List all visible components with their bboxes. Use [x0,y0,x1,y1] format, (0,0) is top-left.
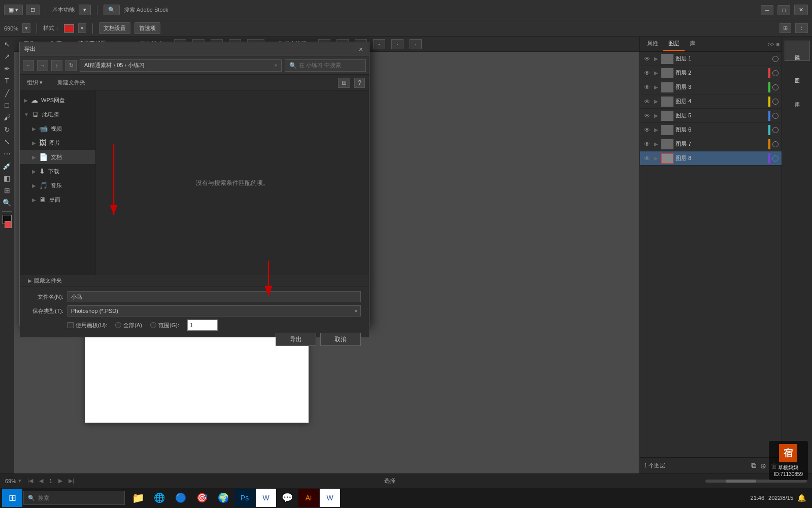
taskbar-app-chat[interactable]: 💬 [277,489,297,507]
layer3-eye-icon[interactable]: 👁 [643,84,651,91]
filetype-select[interactable]: Photoshop (*.PSD) ▾ [67,305,361,316]
direct-select-tool[interactable]: ↗ [2,51,13,62]
shape-tool[interactable]: □ [2,100,13,111]
layer2-expand-icon[interactable]: ▶ [653,70,659,76]
taskbar-app-store[interactable]: 🎯 [192,489,212,507]
collect-in-layer-btn[interactable]: ⊕ [760,462,766,470]
props-panel-btn[interactable]: 属性 [785,41,810,61]
layer6-expand-icon[interactable]: ▶ [653,127,659,133]
minus-back-btn[interactable]: ⬫ [410,39,422,49]
paintbrush-tool[interactable]: 🖌 [2,112,13,123]
export-dialog[interactable]: 导出 × ← → ↑ ↻ AI精通素材 › 05 › 小练习 ▾ [19,42,369,326]
taskbar-app-word[interactable]: W [256,489,276,507]
help-btn[interactable]: ? [354,78,365,88]
sidebar-item-wps[interactable]: ▶ ☁ WPS网盘 [20,93,95,107]
tab-layers[interactable]: 图层 [663,37,685,51]
crop-btn[interactable]: ⬩ [373,39,385,49]
use-artboard-checkbox[interactable] [67,322,74,328]
doc-settings-btn[interactable]: 文档设置 [99,22,130,34]
library-panel-btn[interactable]: 库 [785,87,810,108]
toolbar-search-btn[interactable]: 🔍 [104,5,120,15]
nav-search-bar[interactable]: 🔍 在 小练习 中搜索 [285,59,366,72]
maximize-btn[interactable]: □ [777,5,790,15]
layer3-expand-icon[interactable]: ▶ [653,84,659,90]
zoom-tool[interactable]: 🔍 [2,197,13,208]
start-button[interactable]: ⊞ [2,489,22,507]
layer5-eye-icon[interactable]: 👁 [643,112,651,119]
layer1-eye-icon[interactable]: 👁 [643,55,651,62]
mesh-tool[interactable]: ⊞ [2,185,13,196]
style-color-box[interactable] [64,24,74,33]
layer4-expand-icon[interactable]: ▶ [653,99,659,104]
taskbar-app-word2[interactable]: W [320,489,340,507]
organize-btn[interactable]: 组织 ▾ [24,78,46,87]
layer2-eye-icon[interactable]: 👁 [643,70,651,77]
next-btn[interactable]: ▶ [58,478,62,484]
layer-row-5[interactable]: 👁 ▶ 图层 5 [640,109,782,123]
layer6-eye-icon[interactable]: 👁 [643,126,651,134]
notification-icon[interactable]: 🔔 [797,494,806,502]
layer-row-8[interactable]: 👁 ▶ 图层 8 [640,151,782,166]
export-btn[interactable]: 导出 [276,333,316,346]
prev-btn[interactable]: ◀ [39,478,43,484]
close-btn[interactable]: ✕ [794,5,808,15]
scale-tool[interactable]: ⤡ [2,136,13,147]
sidebar-item-music[interactable]: ▶ 🎵 音乐 [20,178,95,193]
style-dropdown-btn[interactable]: ▾ [78,23,86,33]
type-tool[interactable]: T [2,75,13,86]
hidden-folder-label[interactable]: 隐藏文件夹 [34,277,62,284]
new-folder-btn[interactable]: 新建文件夹 [54,78,88,87]
use-artboard-option[interactable]: 使用画板(U): [67,320,107,331]
taskbar-search[interactable]: 🔍 搜索 [23,491,125,505]
layer7-eye-icon[interactable]: 👁 [643,141,651,148]
preferences-btn[interactable]: 首选项 [134,22,160,34]
taskbar-app-edge[interactable]: 🌐 [149,489,170,507]
arrange-btn[interactable]: ⊞ [780,23,791,33]
sidebar-item-desktop[interactable]: ▶ 🖥 桌面 [20,193,95,207]
all-radio[interactable] [115,322,121,328]
all-option[interactable]: 全部(A) [115,320,142,331]
fill-color[interactable] [5,221,12,228]
layer1-expand-icon[interactable]: ▶ [653,56,659,61]
layer8-expand-icon[interactable]: ▶ [653,155,659,161]
tab-properties[interactable]: 属性 [642,37,663,51]
layer-row-1[interactable]: 👁 ▶ 图层 1 [640,52,782,66]
range-option[interactable]: 范围(G): [150,320,179,331]
toolbar-zoom-dropdown[interactable]: ▾ [79,5,91,15]
sidebar-item-images[interactable]: ▶ 🖼 图片 [20,136,95,150]
sidebar-item-docs[interactable]: ▶ 📄 文档 [20,150,95,164]
layer4-eye-icon[interactable]: 👁 [643,98,651,105]
sidebar-item-downloads[interactable]: ▶ ⬇ 下载 [20,164,95,178]
minimize-btn[interactable]: ─ [761,5,774,15]
range-radio[interactable] [150,322,156,328]
tab-library[interactable]: 库 [685,37,700,51]
prev-page-btn[interactable]: |◀ [27,478,33,484]
outline-btn[interactable]: ⬪ [391,39,403,49]
view-mode-btn[interactable]: ⊞ [338,78,350,88]
taskbar-app-ai[interactable]: Ai [298,489,319,507]
panel-expand-btn[interactable]: >> [768,41,774,47]
blend-tool[interactable]: ⋯ [2,148,13,160]
zoom-dropdown-btn[interactable]: ▾ [22,23,30,33]
nav-forward-btn[interactable]: → [37,60,48,71]
rotate-tool[interactable]: ↻ [2,124,13,135]
layer-row-7[interactable]: 👁 ▶ 图层 7 [640,137,782,151]
eyedropper-tool[interactable]: 💉 [2,161,13,172]
selection-tool[interactable]: ↖ [2,39,13,50]
taskbar-app-explorer[interactable]: 📁 [128,489,148,507]
nav-back-btn[interactable]: ← [23,60,34,71]
layers-panel-btn[interactable]: 图层 [785,64,810,84]
layer7-expand-icon[interactable]: ▶ [653,141,659,147]
next-page-btn[interactable]: ▶| [69,478,74,484]
layer-row-3[interactable]: 👁 ▶ 图层 3 [640,80,782,94]
pen-tool[interactable]: ✒ [2,63,13,74]
cancel-btn[interactable]: 取消 [320,333,361,346]
nav-path-bar[interactable]: AI精通素材 › 05 › 小练习 ▾ [80,59,282,72]
line-tool[interactable]: ╱ [2,87,13,99]
layer8-eye-icon[interactable]: 👁 [643,155,651,162]
make-sublayer-btn[interactable]: ⧉ [751,461,756,470]
taskbar-app-ps[interactable]: Ps [234,489,255,507]
layer-row-2[interactable]: 👁 ▶ 图层 2 [640,66,782,80]
layer-row-6[interactable]: 👁 ▶ 图层 6 [640,123,782,137]
taskbar-app-chrome[interactable]: 🌍 [213,489,233,507]
